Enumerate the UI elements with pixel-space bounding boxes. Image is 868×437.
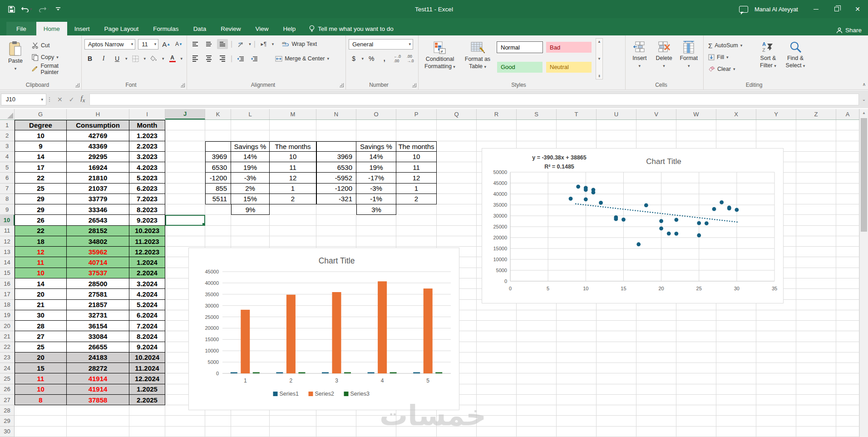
cell-A14[interactable] bbox=[836, 257, 859, 268]
style-good[interactable]: Good bbox=[497, 61, 543, 73]
column-header-V[interactable]: V bbox=[636, 109, 676, 119]
cell-A13[interactable] bbox=[836, 247, 859, 257]
cell-M12[interactable] bbox=[270, 236, 316, 247]
cell-W28[interactable] bbox=[676, 405, 716, 416]
cell-R27[interactable] bbox=[477, 395, 517, 405]
cell-T19[interactable] bbox=[557, 310, 597, 321]
row-header-11[interactable]: 11 bbox=[0, 226, 15, 236]
column-header-L[interactable]: L bbox=[231, 109, 270, 119]
column-header-W[interactable]: W bbox=[676, 109, 716, 119]
row-header-20[interactable]: 20 bbox=[0, 321, 15, 331]
cell-G5[interactable]: 17 bbox=[15, 162, 67, 173]
cell-W24[interactable] bbox=[676, 363, 716, 373]
cell-G24[interactable]: 15 bbox=[15, 363, 67, 373]
cell-H23[interactable]: 24183 bbox=[67, 353, 129, 363]
cell-Q4[interactable] bbox=[437, 152, 477, 162]
cell-Z16[interactable] bbox=[796, 278, 836, 289]
cell-J7[interactable] bbox=[165, 184, 205, 194]
cell-G20[interactable]: 28 bbox=[15, 321, 67, 331]
cell-Z19[interactable] bbox=[796, 310, 836, 321]
cell-Z14[interactable] bbox=[796, 257, 836, 268]
cell-M7[interactable]: 1 bbox=[270, 184, 316, 194]
cell-S2[interactable] bbox=[517, 130, 557, 141]
tab-help[interactable]: Help bbox=[276, 22, 303, 35]
row-header-4[interactable]: 4 bbox=[0, 152, 15, 162]
cell-X28[interactable] bbox=[716, 405, 756, 416]
insert-cells-button[interactable]: Insert▾ bbox=[628, 38, 651, 79]
cell-H5[interactable]: 16924 bbox=[67, 162, 129, 173]
tab-view[interactable]: View bbox=[248, 22, 276, 35]
italic-button[interactable]: I bbox=[98, 54, 109, 64]
cell-S21[interactable] bbox=[517, 331, 557, 342]
cell-R22[interactable] bbox=[477, 342, 517, 353]
cell-A29[interactable] bbox=[836, 416, 859, 426]
cell-A11[interactable] bbox=[836, 226, 859, 236]
column-header-P[interactable]: P bbox=[396, 109, 437, 119]
cell-L1[interactable] bbox=[231, 120, 270, 130]
cell-S27[interactable] bbox=[517, 395, 557, 405]
cell-I13[interactable]: 12.2023 bbox=[129, 247, 165, 257]
cell-O11[interactable] bbox=[356, 226, 396, 236]
cell-H16[interactable]: 28500 bbox=[67, 278, 129, 289]
column-header-Y[interactable]: Y bbox=[756, 109, 796, 119]
cell-Z11[interactable] bbox=[796, 226, 836, 236]
row-header-3[interactable]: 3 bbox=[0, 141, 15, 152]
row-header-14[interactable]: 14 bbox=[0, 257, 15, 268]
underline-button[interactable]: U bbox=[112, 54, 123, 64]
cell-L3[interactable]: Savings % bbox=[231, 141, 270, 152]
row-header-26[interactable]: 26 bbox=[0, 384, 15, 395]
cell-X20[interactable] bbox=[716, 321, 756, 331]
cell-Y19[interactable] bbox=[756, 310, 796, 321]
column-header-N[interactable]: N bbox=[316, 109, 356, 119]
cell-T27[interactable] bbox=[557, 395, 597, 405]
row-header-21[interactable]: 21 bbox=[0, 331, 15, 342]
decrease-font-icon[interactable]: A▼ bbox=[174, 39, 184, 49]
cell-H22[interactable]: 26655 bbox=[67, 342, 129, 353]
cell-Q6[interactable] bbox=[437, 173, 477, 183]
cell-R1[interactable] bbox=[477, 120, 517, 130]
cancel-icon[interactable]: ✕ bbox=[57, 96, 63, 103]
cell-H28[interactable] bbox=[67, 405, 129, 416]
cell-L4[interactable]: 14% bbox=[231, 152, 270, 162]
cell-V27[interactable] bbox=[636, 395, 676, 405]
column-header-Z[interactable]: Z bbox=[796, 109, 836, 119]
tab-formulas[interactable]: Formulas bbox=[146, 22, 186, 35]
cell-H10[interactable]: 26543 bbox=[67, 215, 129, 225]
cell-H15[interactable]: 37537 bbox=[67, 268, 129, 278]
number-format-select[interactable]: General▾ bbox=[349, 39, 413, 50]
increase-indent-icon[interactable] bbox=[249, 54, 260, 64]
cell-M1[interactable] bbox=[270, 120, 316, 130]
cell-L9[interactable]: 9% bbox=[231, 204, 270, 215]
cell-Y20[interactable] bbox=[756, 321, 796, 331]
cell-M8[interactable]: 2 bbox=[270, 194, 316, 204]
cell-Z9[interactable] bbox=[796, 204, 836, 215]
cell-G1[interactable]: Degree bbox=[15, 120, 67, 130]
align-left-icon[interactable] bbox=[190, 54, 201, 64]
cell-A20[interactable] bbox=[836, 321, 859, 331]
currency-format-icon[interactable]: $ bbox=[349, 54, 359, 64]
cell-T24[interactable] bbox=[557, 363, 597, 373]
cell-T22[interactable] bbox=[557, 342, 597, 353]
cell-P4[interactable]: 10 bbox=[396, 152, 437, 162]
column-header-M[interactable]: M bbox=[270, 109, 316, 119]
cell-U23[interactable] bbox=[597, 353, 636, 363]
row-header-1[interactable]: 1 bbox=[0, 120, 15, 130]
cell-H30[interactable] bbox=[67, 427, 129, 437]
cell-L5[interactable]: 19% bbox=[231, 162, 270, 173]
cell-H8[interactable]: 33779 bbox=[67, 194, 129, 204]
name-box[interactable]: J10▾ bbox=[1, 94, 46, 105]
formula-bar-separator[interactable] bbox=[46, 97, 53, 102]
cell-I8[interactable]: 7.2023 bbox=[129, 194, 165, 204]
cell-A28[interactable] bbox=[836, 405, 859, 416]
cell-G19[interactable]: 30 bbox=[15, 310, 67, 321]
cell-X24[interactable] bbox=[716, 363, 756, 373]
cell-S26[interactable] bbox=[517, 384, 557, 395]
tab-data[interactable]: Data bbox=[186, 22, 214, 35]
cell-L8[interactable]: 15% bbox=[231, 194, 270, 204]
cell-G8[interactable]: 29 bbox=[15, 194, 67, 204]
cell-Q8[interactable] bbox=[437, 194, 477, 204]
row-header-7[interactable]: 7 bbox=[0, 184, 15, 194]
formula-input[interactable] bbox=[89, 94, 859, 105]
cell-A5[interactable] bbox=[836, 162, 859, 173]
cell-G14[interactable]: 11 bbox=[15, 257, 67, 268]
